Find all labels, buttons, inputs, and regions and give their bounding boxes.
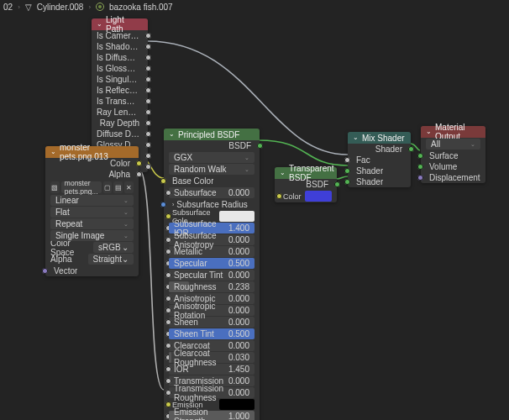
bsdf-clearcoat-roughness[interactable]: Clearcoat Roughness0.030 [169,352,254,363]
projection-select[interactable]: Flat⌄ [50,207,134,218]
socket-fac-in[interactable]: Fac [348,155,411,165]
bsdf-sheen-tint[interactable]: Sheen Tint0.500 [169,328,254,339]
socket-vector-in[interactable]: Vector [45,265,139,276]
socket-diffuse-depth-out[interactable]: Diffuse Depth [92,129,148,139]
node-header[interactable]: ⌄ Material Output [421,126,485,138]
socket-shader-in-1[interactable]: Shader [348,165,411,176]
distribution-select[interactable]: GGX⌄ [169,152,254,163]
collapse-icon[interactable]: ⌄ [353,134,359,141]
color-space-select[interactable]: sRGB⌄ [93,242,134,253]
socket-is-camera-ray-out[interactable]: Is Camera Ray [92,30,148,41]
socket-is-singular-ray-out[interactable]: Is Singular Ray [92,74,148,85]
collapse-icon[interactable]: ⌄ [426,128,432,135]
socket-surface-in[interactable]: Surface [421,150,485,161]
bsdf-emission-strength[interactable]: Emission Strength1.000 [169,411,254,420]
users-count-button[interactable]: ▢ [103,181,113,193]
socket-is-diffuse-ray-out[interactable]: Is Diffuse Ray [92,52,148,63]
sss-method-select[interactable]: Random Walk⌄ [169,164,254,175]
node-header[interactable]: ⌄ Principled BSDF [164,129,260,140]
socket-color-out[interactable]: Color [45,158,139,169]
collapse-icon[interactable]: ⌄ [97,20,102,28]
bsdf-roughness[interactable]: Roughness0.238 [169,281,254,292]
node-title: Principled BSDF [178,130,239,139]
breadcrumb-level-1[interactable]: 02 [3,3,13,12]
node-principled-bsdf[interactable]: ⌄ Principled BSDF BSDF GGX⌄ Random Walk⌄… [164,129,260,420]
interpolation-select[interactable]: Linear⌄ [50,195,134,206]
socket-shader-out[interactable]: Shader [348,144,411,155]
socket-is-glossy-ray-out[interactable]: Is Glossy Ray [92,63,148,74]
node-header[interactable]: ⌄ monster pets.png.013 [45,146,139,158]
alpha-mode-row: Alpha Straight⌄ [50,254,134,265]
socket-is-shadow-ray-out[interactable]: Is Shadow Ray [92,41,148,52]
socket-shader-in-2[interactable]: Shader [348,176,411,187]
image-browse-icon[interactable]: ▧ [50,181,60,193]
breadcrumb[interactable]: 02 › ▽ Cylinder.008 › bazooka fish.007 [0,0,509,13]
unlink-button[interactable]: ✕ [124,181,134,193]
socket-displacement-in[interactable]: Displacement [421,172,485,183]
breadcrumb-level-3[interactable]: bazooka fish.007 [109,3,173,12]
socket-is-reflection-ray-out[interactable]: Is Reflection Ray [92,85,148,96]
socket-alpha-out[interactable]: Alpha [45,169,139,180]
source-select[interactable]: Single Image⌄ [50,230,134,241]
image-filename-field[interactable]: monster pets.png... [61,181,102,193]
socket-volume-in[interactable]: Volume [421,161,485,172]
bsdf-specular[interactable]: Specular0.500 [169,258,254,269]
color-input[interactable]: Color [280,191,332,202]
socket-bsdf-out[interactable]: BSDF [275,179,337,190]
node-header[interactable]: ⌄ Mix Shader [348,132,411,144]
collapse-icon[interactable]: ⌄ [280,169,286,176]
alpha-mode-select[interactable]: Straight⌄ [88,254,134,265]
bsdf-transmission-roughness[interactable]: Transmission Roughness0.000 [169,387,254,398]
breadcrumb-sep: › [18,3,20,11]
breadcrumb-sep: › [88,3,91,11]
node-material-output[interactable]: ⌄ Material Output All⌄ Surface Volume Di… [421,126,485,183]
material-icon [96,3,104,11]
mesh-icon: ▽ [25,3,32,12]
node-header[interactable]: ⌄ Light Path [92,18,148,30]
color-space-row: Color Space sRGB⌄ [50,242,134,253]
node-mix-shader[interactable]: ⌄ Mix Shader Shader Fac Shader Shader [348,132,411,187]
node-image-texture[interactable]: ⌄ monster pets.png.013 Color Alpha ▧ mon… [45,146,139,276]
breadcrumb-level-2[interactable]: Cylinder.008 [37,3,84,12]
collapse-icon[interactable]: ⌄ [50,148,56,155]
socket-ray-length-out[interactable]: Ray Length [92,107,148,118]
collapse-icon[interactable]: ⌄ [169,130,175,138]
node-editor-canvas[interactable]: ⌄ Light Path Is Camera RayIs Shadow RayI… [0,13,509,420]
bsdf-specular-tint[interactable]: Specular Tint0.000 [169,270,254,281]
bsdf-subsurface[interactable]: Subsurface0.000 [169,187,254,198]
socket-is-transmission-ray-out[interactable]: Is Transmission Ray [92,96,148,107]
bsdf-base-color[interactable]: Base Color [164,176,260,186]
bsdf-subsurface-anisotropy[interactable]: Subsurface Anisotropy0.000 [169,234,254,245]
socket-ray-depth-out[interactable]: Ray Depth [92,118,148,129]
bsdf-anisotropic-rotation[interactable]: Anisotropic Rotation0.000 [169,305,254,316]
node-header[interactable]: ⌄ Transparent BSDF [275,167,337,179]
extension-select[interactable]: Repeat⌄ [50,218,134,229]
open-file-button[interactable]: ▤ [113,181,123,193]
node-title: Mix Shader [362,134,405,143]
target-select[interactable]: All⌄ [426,139,480,150]
socket-bsdf-out[interactable]: BSDF [164,140,260,151]
node-transparent-bsdf[interactable]: ⌄ Transparent BSDF BSDF Color [275,167,337,202]
